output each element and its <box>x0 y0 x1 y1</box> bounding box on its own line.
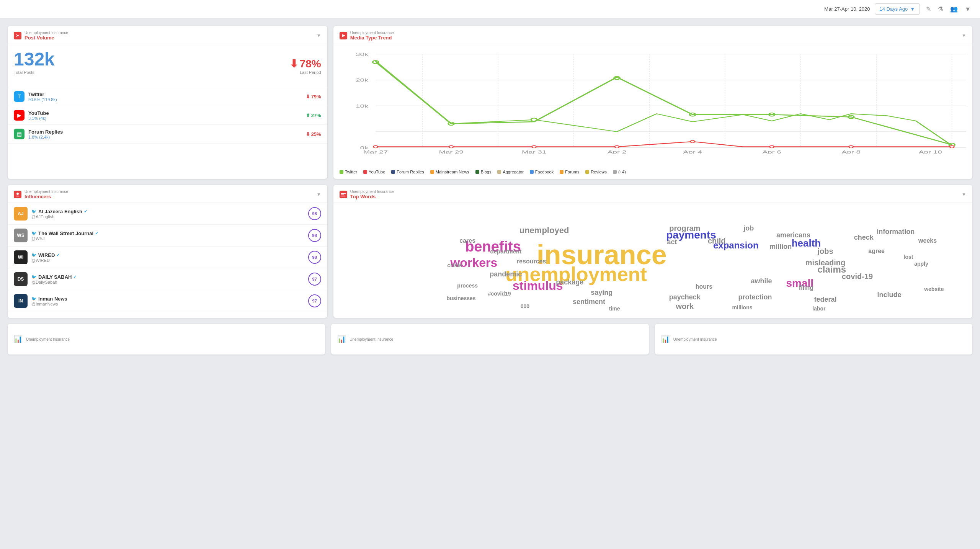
legend-dot <box>560 170 564 174</box>
chart-container: 30k 20k 10k 0k Mar 27 Mar 29 Mar 31 Apr … <box>333 44 972 167</box>
word-cloud-word: sentiment <box>573 298 605 306</box>
svg-text:Mar 29: Mar 29 <box>439 150 463 154</box>
post-volume-chevron[interactable]: ▼ <box>317 33 321 38</box>
influencer-info: 🐦 Inman News @InmanNews <box>31 296 304 306</box>
influencers-header: Unemployment Insurance Influencers ▼ <box>8 185 327 203</box>
legend-item: Forums <box>560 170 579 174</box>
word-cloud-word: resources <box>517 258 546 265</box>
bottom-card-1-icon: 📊 <box>14 335 22 343</box>
top-words-card: Unemployment Insurance Top Words ▼ insur… <box>333 185 972 318</box>
word-cloud-word: agree <box>868 248 885 255</box>
word-cloud-word: program <box>669 224 700 233</box>
word-cloud-word: work <box>676 302 694 311</box>
legend-item: Facebook <box>530 170 554 174</box>
svg-text:Mar 31: Mar 31 <box>522 150 546 154</box>
change-arrow: ⬇ <box>289 57 298 70</box>
bottom-card-2-meta: Unemployment Insurance <box>350 337 393 341</box>
chart-legend: TwitterYouTubeForum RepliesMainstream Ne… <box>333 167 972 179</box>
source-item: ▶ YouTube 3.1% (4k) ⬆ 27% <box>8 106 327 125</box>
word-cloud-word: federal <box>814 296 837 304</box>
top-words-header-left: Unemployment Insurance Top Words <box>340 190 394 199</box>
twitter-icon-small: 🐦 <box>31 209 37 214</box>
word-cloud-word: saying <box>591 289 612 297</box>
forum-icon: ▤ <box>14 129 24 139</box>
trend-chart: 30k 20k 10k 0k Mar 27 Mar 29 Mar 31 Apr … <box>340 50 966 154</box>
legend-label: Forum Replies <box>397 170 424 174</box>
influencer-list: AJ 🐦 Al Jazeera English ✓ @AJEnglish 98 … <box>8 203 327 312</box>
source-item: T Twitter 90.6% (119.8k) ⬇ 79% <box>8 87 327 106</box>
word-cloud-word: weeks <box>918 237 937 244</box>
word-cloud-word: unemployed <box>519 225 569 235</box>
word-cloud-word: misleading <box>805 258 845 267</box>
verified-badge: ✓ <box>56 253 60 258</box>
users-icon[interactable]: 👥 <box>949 4 959 14</box>
post-volume-body: 132k Total Posts ⬇ 78% Last Period <box>8 44 327 87</box>
influencer-item: DS 🐦 DAILY SABAH ✓ @DailySabah 97 <box>8 268 327 290</box>
source-item: ▤ Forum Replies 1.8% (2.4k) ⬇ 25% <box>8 125 327 144</box>
influencer-name: 🐦 DAILY SABAH ✓ <box>31 274 304 280</box>
legend-item: Twitter <box>340 170 357 174</box>
source-info: Forum Replies 1.8% (2.4k) <box>28 129 302 139</box>
legend-item: Forum Replies <box>391 170 424 174</box>
influencer-info: 🐦 WIRED ✓ @WIRED <box>31 252 304 263</box>
period-info: ⬇ 78% Last Period <box>289 57 321 75</box>
media-trend-header: Unemployment Insurance Media Type Trend … <box>333 26 972 44</box>
influencers-header-left: Unemployment Insurance Influencers <box>14 190 68 199</box>
word-cloud-word: stimulus <box>513 279 563 293</box>
source-change-pct: 79% <box>311 94 321 100</box>
word-cloud-word: millions <box>732 304 753 310</box>
word-cloud-word: million <box>769 243 792 251</box>
word-cloud-word: website <box>924 286 944 292</box>
legend-dot <box>497 170 501 174</box>
source-info: Twitter 90.6% (119.8k) <box>28 92 302 102</box>
date-dropdown[interactable]: 14 Days Ago ▼ <box>875 3 920 15</box>
word-cloud: insuranceunemploymentbenefitsworkersstim… <box>333 203 972 318</box>
influencer-avatar: DS <box>14 272 28 286</box>
top-words-chevron[interactable]: ▼ <box>962 192 966 197</box>
svg-text:Apr 2: Apr 2 <box>608 150 626 154</box>
total-posts-label: Total Posts <box>14 70 55 75</box>
svg-point-39 <box>690 141 694 143</box>
top-bar: Mar 27-Apr 10, 2020 14 Days Ago ▼ ✎ ⚗ 👥 … <box>0 0 980 18</box>
source-change: ⬇ 25% <box>306 131 321 137</box>
source-name: Twitter <box>28 92 302 97</box>
influencer-score: 98 <box>308 207 321 220</box>
svg-point-36 <box>449 145 453 148</box>
word-cloud-word: cares <box>459 237 475 244</box>
influencers-chevron[interactable]: ▼ <box>317 192 321 197</box>
edit-icon[interactable]: ✎ <box>924 4 933 14</box>
word-cloud-word: child <box>708 237 726 245</box>
twitter-icon-small: 🐦 <box>31 296 37 301</box>
source-name: YouTube <box>28 110 302 116</box>
expand-icon[interactable]: ▼ <box>963 4 972 14</box>
svg-rect-44 <box>341 193 346 194</box>
influencer-name: 🐦 Inman News <box>31 296 304 302</box>
verified-badge: ✓ <box>95 231 98 236</box>
post-volume-header-left: Unemployment Insurance Post Volume <box>14 31 68 41</box>
volume-left: 132k Total Posts <box>14 50 55 75</box>
svg-rect-45 <box>341 194 344 195</box>
media-trend-card: Unemployment Insurance Media Type Trend … <box>333 26 972 179</box>
volume-row: 132k Total Posts ⬇ 78% Last Period <box>14 50 321 75</box>
influencer-item: AJ 🐦 Al Jazeera English ✓ @AJEnglish 98 <box>8 203 327 225</box>
influencer-item: WS 🐦 The Wall Street Journal ✓ @WSJ 98 <box>8 225 327 247</box>
bottom-card-2: 📊 Unemployment Insurance <box>331 324 648 355</box>
legend-label: Facebook <box>535 170 554 174</box>
legend-label: YouTube <box>369 170 385 174</box>
word-cloud-word: package <box>556 278 583 286</box>
word-cloud-word: department <box>490 248 522 255</box>
date-range-label: Mar 27-Apr 10, 2020 <box>824 6 870 12</box>
svg-text:10k: 10k <box>356 103 369 108</box>
word-cloud-word: check <box>854 234 874 242</box>
bottom-card-1-subtitle: Unemployment Insurance <box>26 337 70 341</box>
word-cloud-word: awhile <box>751 277 772 285</box>
filter-icon[interactable]: ⚗ <box>936 4 945 14</box>
source-change-pct: 25% <box>311 131 321 137</box>
twitter-icon-small: 🐦 <box>31 253 37 258</box>
twitter-icon-small: 🐦 <box>31 274 37 279</box>
svg-text:20k: 20k <box>356 78 369 83</box>
influencer-score: 98 <box>308 229 321 242</box>
media-trend-chevron[interactable]: ▼ <box>962 33 966 38</box>
influencer-handle: @AJEnglish <box>31 214 304 219</box>
word-cloud-word: americans <box>776 231 810 239</box>
